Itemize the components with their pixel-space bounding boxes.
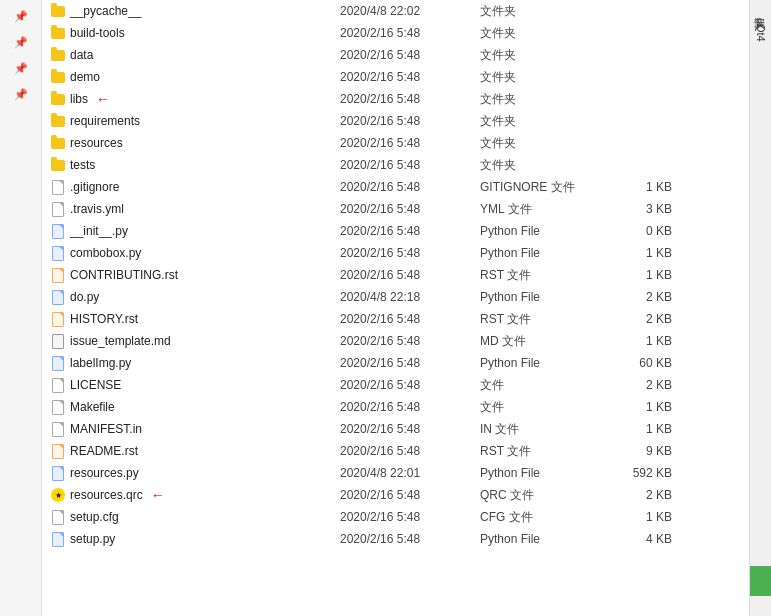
file-size: 1 KB <box>610 422 680 436</box>
file-name-col: setup.cfg <box>50 509 340 525</box>
file-name: CONTRIBUTING.rst <box>70 268 178 282</box>
file-date: 2020/2/16 5:48 <box>340 202 480 216</box>
file-date: 2020/2/16 5:48 <box>340 356 480 370</box>
file-date: 2020/2/16 5:48 <box>340 180 480 194</box>
table-row[interactable]: CONTRIBUTING.rst2020/2/16 5:48RST 文件1 KB <box>42 264 749 286</box>
file-size: 60 KB <box>610 356 680 370</box>
file-name-col: setup.py <box>50 531 340 547</box>
file-icon <box>50 245 66 261</box>
file-date: 2020/2/16 5:48 <box>340 510 480 524</box>
table-row[interactable]: ★resources.qrc←2020/2/16 5:48QRC 文件2 KB <box>42 484 749 506</box>
file-name-col: labelImg.py <box>50 355 340 371</box>
file-name-col: combobox.py <box>50 245 340 261</box>
file-date: 2020/2/16 5:48 <box>340 70 480 84</box>
file-name-col: README.rst <box>50 443 340 459</box>
table-row[interactable]: setup.cfg2020/2/16 5:48CFG 文件1 KB <box>42 506 749 528</box>
pin-icon-4[interactable]: 📌 <box>13 86 29 102</box>
table-row[interactable]: issue_template.md2020/2/16 5:48MD 文件1 KB <box>42 330 749 352</box>
table-row[interactable]: .travis.yml2020/2/16 5:48YML 文件3 KB <box>42 198 749 220</box>
table-row[interactable]: setup.py2020/2/16 5:48Python File4 KB <box>42 528 749 550</box>
file-type: 文件夹 <box>480 69 610 86</box>
file-name-col: tests <box>50 157 340 173</box>
file-name: .gitignore <box>70 180 119 194</box>
table-row[interactable]: build-tools2020/2/16 5:48文件夹 <box>42 22 749 44</box>
file-icon <box>50 333 66 349</box>
table-row[interactable]: __pycache__2020/4/8 22:02文件夹 <box>42 0 749 22</box>
file-name: tests <box>70 158 95 172</box>
file-size: 2 KB <box>610 488 680 502</box>
file-name: requirements <box>70 114 140 128</box>
file-name: libs <box>70 92 88 106</box>
file-date: 2020/2/16 5:48 <box>340 378 480 392</box>
file-date: 2020/2/16 5:48 <box>340 312 480 326</box>
file-size: 1 KB <box>610 180 680 194</box>
file-icon <box>50 267 66 283</box>
file-icon <box>50 179 66 195</box>
file-type: MD 文件 <box>480 333 610 350</box>
file-icon <box>50 421 66 437</box>
table-row[interactable]: resources2020/2/16 5:48文件夹 <box>42 132 749 154</box>
table-row[interactable]: do.py2020/4/8 22:18Python File2 KB <box>42 286 749 308</box>
file-name-col: issue_template.md <box>50 333 340 349</box>
file-icon <box>50 289 66 305</box>
file-date: 2020/4/8 22:18 <box>340 290 480 304</box>
right-text-2: Qt4 <box>750 16 771 50</box>
pin-icon-2[interactable]: 📌 <box>13 34 29 50</box>
file-date: 2020/2/16 5:48 <box>340 532 480 546</box>
table-row[interactable]: MANIFEST.in2020/2/16 5:48IN 文件1 KB <box>42 418 749 440</box>
file-type: YML 文件 <box>480 201 610 218</box>
file-type: IN 文件 <box>480 421 610 438</box>
table-row[interactable]: requirements2020/2/16 5:48文件夹 <box>42 110 749 132</box>
table-row[interactable]: __init__.py2020/2/16 5:48Python File0 KB <box>42 220 749 242</box>
file-date: 2020/2/16 5:48 <box>340 48 480 62</box>
file-icon <box>50 509 66 525</box>
file-name-col: .travis.yml <box>50 201 340 217</box>
file-icon <box>50 25 66 41</box>
file-size: 592 KB <box>610 466 680 480</box>
file-type: RST 文件 <box>480 311 610 328</box>
table-row[interactable]: tests2020/2/16 5:48文件夹 <box>42 154 749 176</box>
file-date: 2020/2/16 5:48 <box>340 92 480 106</box>
file-size: 2 KB <box>610 290 680 304</box>
table-row[interactable]: data2020/2/16 5:48文件夹 <box>42 44 749 66</box>
file-type: 文件 <box>480 399 610 416</box>
table-row[interactable]: demo2020/2/16 5:48文件夹 <box>42 66 749 88</box>
file-name: resources.py <box>70 466 139 480</box>
table-row[interactable]: libs←2020/2/16 5:48文件夹 <box>42 88 749 110</box>
file-name-col: resources <box>50 135 340 151</box>
pin-icon-1[interactable]: 📌 <box>13 8 29 24</box>
red-arrow: ← <box>96 91 110 107</box>
file-icon <box>50 135 66 151</box>
table-row[interactable]: LICENSE2020/2/16 5:48文件2 KB <box>42 374 749 396</box>
table-row[interactable]: resources.py2020/4/8 22:01Python File592… <box>42 462 749 484</box>
file-size: 1 KB <box>610 510 680 524</box>
file-type: 文件夹 <box>480 157 610 174</box>
file-type: 文件夹 <box>480 113 610 130</box>
table-row[interactable]: README.rst2020/2/16 5:48RST 文件9 KB <box>42 440 749 462</box>
file-icon <box>50 3 66 19</box>
file-name-col: requirements <box>50 113 340 129</box>
file-size: 1 KB <box>610 268 680 282</box>
table-row[interactable]: combobox.py2020/2/16 5:48Python File1 KB <box>42 242 749 264</box>
main-content: __pycache__2020/4/8 22:02文件夹build-tools2… <box>42 0 749 616</box>
table-row[interactable]: Makefile2020/2/16 5:48文件1 KB <box>42 396 749 418</box>
file-name-col: do.py <box>50 289 340 305</box>
table-row[interactable]: HISTORY.rst2020/2/16 5:48RST 文件2 KB <box>42 308 749 330</box>
file-type: Python File <box>480 224 610 238</box>
file-name: setup.cfg <box>70 510 119 524</box>
file-size: 3 KB <box>610 202 680 216</box>
file-name: do.py <box>70 290 99 304</box>
file-name-col: .gitignore <box>50 179 340 195</box>
file-icon <box>50 69 66 85</box>
file-name: HISTORY.rst <box>70 312 138 326</box>
table-row[interactable]: labelImg.py2020/2/16 5:48Python File60 K… <box>42 352 749 374</box>
file-size: 1 KB <box>610 246 680 260</box>
table-row[interactable]: .gitignore2020/2/16 5:48GITIGNORE 文件1 KB <box>42 176 749 198</box>
file-name-col: __init__.py <box>50 223 340 239</box>
red-arrow: ← <box>151 487 165 503</box>
file-icon: ★ <box>50 487 66 503</box>
file-size: 9 KB <box>610 444 680 458</box>
file-type: Python File <box>480 290 610 304</box>
file-name-col: demo <box>50 69 340 85</box>
pin-icon-3[interactable]: 📌 <box>13 60 29 76</box>
